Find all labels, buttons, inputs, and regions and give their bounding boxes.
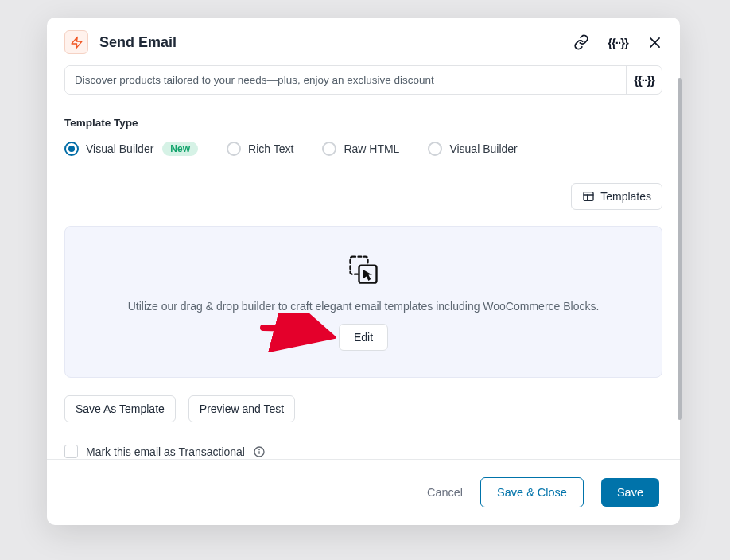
edit-button[interactable]: Edit [339,324,388,351]
radio-rich-text[interactable]: Rich Text [227,142,293,156]
svg-rect-3 [584,192,593,201]
radio-dot-icon [322,142,336,156]
link-icon[interactable] [573,34,589,50]
transactional-label: Mark this email as Transactional [86,445,245,458]
close-icon[interactable] [647,34,662,50]
new-badge: New [162,142,198,156]
save-close-button[interactable]: Save & Close [480,477,584,508]
svg-point-10 [259,449,260,450]
annotation-arrow-icon [260,313,336,352]
preview-test-button[interactable]: Preview and Test [188,395,295,422]
smartcode-icon: {{··}} [634,73,654,87]
modal-title: Send Email [99,34,573,51]
drag-drop-icon [346,254,381,289]
modal-header: Send Email {{··}} [47,18,680,65]
subject-input[interactable]: Discover products tailored to your needs… [65,66,626,94]
radio-dot-icon [64,142,79,156]
save-as-template-label: Save As Template [76,402,165,415]
builder-canvas: Utilize our drag & drop builder to craft… [64,226,662,378]
radio-label: Visual Builder [86,142,153,155]
radio-dot-icon [227,142,241,156]
radio-label: Rich Text [248,142,293,155]
insert-smartcode-button[interactable]: {{··}} [626,66,662,94]
subject-row: Discover products tailored to your needs… [64,65,662,95]
modal-footer: Cancel Save & Close Save [47,459,680,525]
preview-test-label: Preview and Test [200,402,284,415]
svg-marker-0 [72,37,82,48]
templates-label: Templates [600,190,651,203]
radio-raw-html[interactable]: Raw HTML [322,142,399,156]
radio-visual-builder[interactable]: Visual Builder [428,142,517,156]
template-type-label: Template Type [64,117,662,129]
scrollbar-thumb[interactable] [678,78,682,420]
bolt-icon [64,30,88,54]
edit-label: Edit [354,331,373,344]
templates-icon [582,190,595,203]
transactional-checkbox[interactable] [64,445,78,458]
builder-description: Utilize our drag & drop builder to craft… [128,300,600,313]
save-button[interactable]: Save [601,478,659,507]
radio-dot-icon [428,142,442,156]
radio-label: Visual Builder [449,142,517,155]
templates-button[interactable]: Templates [571,183,662,210]
save-as-template-button[interactable]: Save As Template [64,395,176,422]
smartcode-icon[interactable]: {{··}} [610,34,626,50]
modal-content: Discover products tailored to your needs… [47,65,680,459]
info-icon[interactable] [253,445,266,458]
radio-visual-builder-new[interactable]: Visual Builder New [64,142,198,156]
template-type-radios: Visual Builder New Rich Text Raw HTML Vi… [64,142,662,156]
cancel-button[interactable]: Cancel [427,486,463,499]
send-email-modal: Send Email {{··}} Discover products tail… [47,18,680,525]
radio-label: Raw HTML [344,142,399,155]
